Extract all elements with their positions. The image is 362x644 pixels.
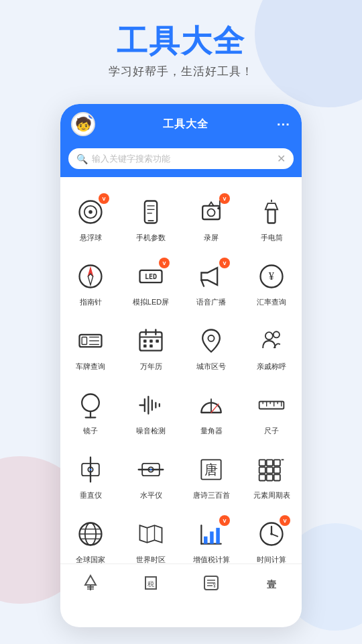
- fuqiu-icon-wrap: v: [73, 195, 108, 229]
- avatar-badge: [88, 112, 95, 119]
- phone_params-label: 手机参数: [136, 233, 166, 243]
- svg-rect-33: [143, 339, 147, 343]
- svg-rect-37: [149, 345, 153, 348]
- grid-item-led[interactable]: LEDv模拟LED屏: [121, 250, 181, 314]
- periodic_table-label: 元素周期表: [253, 490, 290, 500]
- time_calc-icon-wrap: v: [254, 517, 289, 551]
- fuqiu-badge: v: [99, 193, 109, 204]
- relatives-icon-wrap: [254, 323, 289, 358]
- noise_detect-label: 噪音检测: [136, 426, 166, 436]
- svg-rect-71: [267, 460, 273, 466]
- grid-item-fuqiu[interactable]: v悬浮球: [60, 185, 121, 250]
- svg-point-9: [208, 209, 215, 216]
- svg-rect-8: [202, 206, 220, 219]
- grid-item-protractor[interactable]: 量角器: [181, 378, 241, 443]
- svg-rect-3: [145, 201, 157, 223]
- voice_broadcast-icon-wrap: v: [194, 259, 229, 294]
- page-subtitle: 学习好帮手，生活好工具！: [13, 64, 349, 79]
- svg-marker-13: [265, 203, 278, 209]
- search-bar-container: 🔍 输入关键字搜索功能 ✕: [60, 143, 302, 177]
- noise_detect-icon-wrap: [133, 388, 168, 423]
- led-label: 模拟LED屏: [133, 297, 169, 307]
- grid-item-record_screen[interactable]: v录屏: [181, 185, 241, 250]
- grid-item-world_countries[interactable]: 全球国家: [60, 507, 121, 564]
- more-button[interactable]: ⋯: [276, 116, 291, 132]
- grid-item-voice_broadcast[interactable]: v语音广播: [181, 250, 241, 314]
- grid-item-calendar[interactable]: 万年历: [121, 314, 181, 378]
- grid-item-flashlight[interactable]: 手电筒: [241, 185, 302, 250]
- fuqiu-label: 悬浮球: [80, 233, 102, 243]
- grid-item-world_time[interactable]: 世界时区: [121, 507, 181, 564]
- grid-item-level_vertical[interactable]: 垂直仪: [60, 443, 121, 507]
- page-header: 工具大全 学习好帮手，生活好工具！: [0, 0, 362, 90]
- world_countries-icon-wrap: [73, 517, 108, 551]
- svg-rect-73: [259, 467, 265, 473]
- nav-item-doc[interactable]: ¥: [181, 574, 241, 596]
- grid-item-mirror[interactable]: 镜子: [60, 378, 121, 443]
- grid-item-relatives[interactable]: 亲戚称呼: [241, 314, 302, 378]
- phone-topbar: 🧒 工具大全 ⋯: [60, 104, 302, 143]
- tools-grid-area: v悬浮球手机参数v录屏手电筒指南针LEDv模拟LED屏v语音广播¥汇率查询车牌查…: [60, 177, 302, 564]
- svg-point-38: [208, 335, 214, 341]
- svg-rect-78: [274, 474, 280, 480]
- svg-text:唐: 唐: [204, 462, 218, 477]
- svg-text:¥: ¥: [213, 583, 216, 589]
- search-icon: 🔍: [76, 154, 88, 164]
- record_screen-badge: v: [219, 193, 230, 204]
- nav-tax-icon: 税: [142, 574, 160, 596]
- grid-item-periodic_table[interactable]: 元素周期表: [241, 443, 302, 507]
- tools-grid: v悬浮球手机参数v录屏手电筒指南针LEDv模拟LED屏v语音广播¥汇率查询车牌查…: [60, 182, 302, 564]
- grid-item-compass[interactable]: 指南针: [60, 250, 121, 314]
- grid-item-time_calc[interactable]: v时间计算: [241, 507, 302, 564]
- svg-rect-25: [82, 337, 86, 345]
- area_code-label: 城市区号: [196, 362, 226, 372]
- flashlight-label: 手电筒: [261, 233, 283, 243]
- grid-item-tax_calc[interactable]: v增值税计算: [181, 507, 241, 564]
- grid-item-noise_detect[interactable]: 噪音检测: [121, 378, 181, 443]
- ruler-label: 尺子: [264, 426, 279, 436]
- mirror-icon-wrap: [73, 388, 108, 423]
- level_vertical-label: 垂直仪: [80, 490, 102, 500]
- level_horizontal-icon-wrap: [133, 452, 168, 487]
- grid-item-exchange_rate[interactable]: ¥汇率查询: [241, 250, 302, 314]
- grid-item-phone_params[interactable]: 手机参数: [121, 185, 181, 250]
- svg-text:税: 税: [147, 580, 154, 588]
- area_code-icon-wrap: [194, 323, 229, 358]
- svg-line-21: [201, 280, 204, 286]
- grid-item-ruler[interactable]: 尺子: [241, 378, 302, 443]
- phone_params-icon-wrap: [133, 195, 168, 229]
- svg-marker-10: [208, 202, 213, 206]
- grid-item-tang_poetry[interactable]: 唐唐诗三百首: [181, 443, 241, 507]
- svg-rect-70: [259, 460, 265, 466]
- svg-point-40: [274, 331, 280, 337]
- grid-item-level_horizontal[interactable]: 水平仪: [121, 443, 181, 507]
- grid-item-plate_query[interactable]: 车牌查询: [60, 314, 121, 378]
- svg-text:LED: LED: [145, 273, 157, 280]
- svg-point-67: [150, 469, 152, 471]
- svg-rect-12: [268, 209, 276, 223]
- avatar[interactable]: 🧒: [71, 112, 95, 136]
- svg-rect-89: [204, 537, 208, 544]
- ruler-icon-wrap: [254, 388, 289, 423]
- mirror-label: 镜子: [83, 426, 98, 436]
- led-badge: v: [159, 258, 170, 268]
- nav-item-yen[interactable]: [60, 574, 121, 596]
- grid-item-area_code[interactable]: 城市区号: [181, 314, 241, 378]
- nav-item-tax[interactable]: 税: [121, 574, 181, 596]
- nav-one-icon: 壹: [263, 574, 280, 596]
- svg-rect-74: [267, 467, 273, 473]
- protractor-icon-wrap: [194, 388, 229, 423]
- search-clear-icon[interactable]: ✕: [277, 152, 286, 165]
- record_screen-label: 录屏: [204, 233, 219, 243]
- calendar-label: 万年历: [140, 362, 162, 372]
- svg-rect-36: [143, 345, 147, 348]
- svg-line-52: [211, 404, 219, 413]
- svg-rect-35: [156, 339, 159, 343]
- search-input-wrap[interactable]: 🔍 输入关键字搜索功能 ✕: [68, 148, 294, 169]
- svg-point-2: [88, 210, 93, 214]
- svg-rect-77: [267, 474, 273, 480]
- nav-item-one[interactable]: 壹: [241, 574, 302, 596]
- search-placeholder-text: 输入关键字搜索功能: [92, 153, 273, 165]
- svg-rect-72: [274, 460, 280, 466]
- nav-yen-icon: [82, 574, 99, 596]
